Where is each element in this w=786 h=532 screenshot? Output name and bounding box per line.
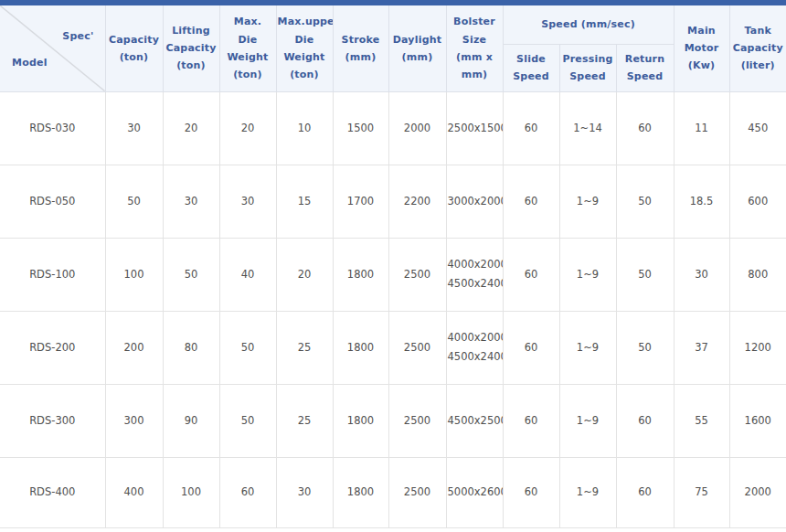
value-cell: 400 [105, 457, 163, 527]
value-cell: 50 [105, 165, 163, 238]
value-cell: 30 [674, 238, 729, 311]
value-cell: 10 [276, 91, 333, 165]
header-speed-group: Speed (mm/sec) [503, 5, 674, 44]
value-cell: 450 [729, 91, 786, 165]
table-row: RDS-4004001006030180025005000x2600601~96… [0, 457, 786, 527]
corner-header-cell: Spec' Model [0, 5, 105, 91]
value-cell: 20 [219, 91, 276, 165]
header-bolster-size: Bolster Size (mm x mm) [446, 5, 503, 91]
header-stroke: Stroke (mm) [333, 5, 388, 91]
value-cell: 1~14 [559, 91, 616, 165]
value-cell: 60 [503, 457, 559, 527]
page: Spec' Model Capacity (ton) Lifting Capac… [0, 0, 786, 532]
value-cell: 60 [503, 384, 559, 457]
value-cell: 1800 [333, 311, 388, 384]
value-cell: 1800 [333, 384, 388, 457]
model-cell: RDS-050 [0, 165, 105, 238]
header-lifting-capacity: Lifting Capacity (ton) [163, 5, 219, 91]
value-cell: 600 [729, 165, 786, 238]
value-cell: 11 [674, 91, 729, 165]
value-cell: 30 [105, 91, 163, 165]
value-cell: 60 [616, 457, 674, 527]
value-cell: 40 [219, 238, 276, 311]
table-row: RDS-200200805025180025004000x2000 4500x2… [0, 311, 786, 384]
value-cell: 1600 [729, 384, 786, 457]
value-cell: 60 [616, 384, 674, 457]
value-cell: 100 [163, 457, 219, 527]
value-cell: 1~9 [559, 311, 616, 384]
corner-model-label: Model [12, 54, 48, 71]
value-cell: 60 [503, 91, 559, 165]
value-cell: 1800 [333, 238, 388, 311]
value-cell: 800 [729, 238, 786, 311]
spec-table: Spec' Model Capacity (ton) Lifting Capac… [0, 5, 786, 528]
corner-spec-label: Spec' [62, 27, 93, 45]
model-cell: RDS-030 [0, 91, 105, 165]
header-slide-speed: Slide Speed [503, 44, 559, 91]
value-cell: 2500 [388, 457, 446, 527]
table-row: RDS-100100504020180025004000x2000 4500x2… [0, 238, 786, 311]
model-cell: RDS-300 [0, 384, 105, 457]
diagonal-divider [0, 5, 105, 91]
value-cell: 50 [616, 311, 674, 384]
header-tank-capacity: Tank Capacity (liter) [729, 5, 786, 91]
value-cell: 1500 [333, 91, 388, 165]
value-cell: 60 [503, 311, 559, 384]
value-cell: 50 [219, 384, 276, 457]
table-row: RDS-03030202010150020002500x1500601~1460… [0, 91, 786, 165]
value-cell: 4500x2500 [446, 384, 503, 457]
value-cell: 100 [105, 238, 163, 311]
value-cell: 1200 [729, 311, 786, 384]
value-cell: 50 [616, 165, 674, 238]
value-cell: 20 [276, 238, 333, 311]
value-cell: 60 [503, 165, 559, 238]
header-capacity: Capacity (ton) [105, 5, 163, 91]
value-cell: 2500 [388, 384, 446, 457]
header-return-speed: Return Speed [616, 44, 674, 91]
value-cell: 50 [616, 238, 674, 311]
model-cell: RDS-400 [0, 457, 105, 527]
header-pressing-speed: Pressing Speed [559, 44, 616, 91]
value-cell: 80 [163, 311, 219, 384]
value-cell: 2000 [729, 457, 786, 527]
value-cell: 2500 [388, 238, 446, 311]
value-cell: 2000 [388, 91, 446, 165]
value-cell: 18.5 [674, 165, 729, 238]
value-cell: 90 [163, 384, 219, 457]
value-cell: 1~9 [559, 165, 616, 238]
table-body: RDS-03030202010150020002500x1500601~1460… [0, 91, 786, 527]
value-cell: 4000x2000 4500x2400 [446, 311, 503, 384]
value-cell: 20 [163, 91, 219, 165]
table-row: RDS-300300905025180025004500x2500601~960… [0, 384, 786, 457]
value-cell: 2200 [388, 165, 446, 238]
value-cell: 25 [276, 384, 333, 457]
header-max-upper-die-weight: Max.upper Die Weight (ton) [276, 5, 333, 91]
value-cell: 30 [276, 457, 333, 527]
value-cell: 200 [105, 311, 163, 384]
value-cell: 1800 [333, 457, 388, 527]
value-cell: 1~9 [559, 238, 616, 311]
header-main-motor: Main Motor (Kw) [674, 5, 729, 91]
value-cell: 15 [276, 165, 333, 238]
header-max-die-weight: Max. Die Weight (ton) [219, 5, 276, 91]
value-cell: 50 [219, 311, 276, 384]
value-cell: 55 [674, 384, 729, 457]
model-cell: RDS-200 [0, 311, 105, 384]
header-daylight: Daylight (mm) [388, 5, 446, 91]
table-row: RDS-05050303015170022003000x2000601~9501… [0, 165, 786, 238]
value-cell: 1~9 [559, 457, 616, 527]
model-cell: RDS-100 [0, 238, 105, 311]
value-cell: 60 [503, 238, 559, 311]
value-cell: 60 [616, 91, 674, 165]
value-cell: 30 [219, 165, 276, 238]
value-cell: 1700 [333, 165, 388, 238]
value-cell: 37 [674, 311, 729, 384]
value-cell: 50 [163, 238, 219, 311]
value-cell: 1~9 [559, 384, 616, 457]
value-cell: 30 [163, 165, 219, 238]
value-cell: 2500x1500 [446, 91, 503, 165]
value-cell: 2500 [388, 311, 446, 384]
value-cell: 4000x2000 4500x2400 [446, 238, 503, 311]
value-cell: 5000x2600 [446, 457, 503, 527]
value-cell: 300 [105, 384, 163, 457]
